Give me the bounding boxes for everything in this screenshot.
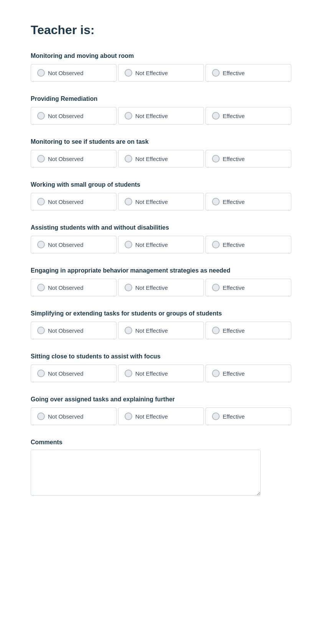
radio-label-not_effective-9: Not Effective	[135, 413, 168, 420]
radio-circle-not_observed-1	[37, 69, 45, 77]
radio-circle-effective-2	[212, 112, 220, 120]
radio-option-not_observed-1[interactable]: Not Observed	[31, 64, 117, 82]
question-block-3: Monitoring to see if students are on tas…	[31, 138, 291, 168]
radio-option-not_effective-9[interactable]: Not Effective	[118, 407, 204, 425]
question-block-9: Going over assigned tasks and explaining…	[31, 396, 291, 425]
radio-option-effective-1[interactable]: Effective	[205, 64, 291, 82]
radio-group-6: Not ObservedNot EffectiveEffective	[31, 279, 291, 296]
radio-circle-not_observed-8	[37, 370, 45, 377]
radio-circle-effective-8	[212, 370, 220, 377]
comments-section: Comments	[31, 439, 291, 497]
radio-group-4: Not ObservedNot EffectiveEffective	[31, 193, 291, 210]
radio-circle-effective-7	[212, 327, 220, 334]
radio-circle-not_observed-5	[37, 241, 45, 248]
radio-circle-effective-6	[212, 284, 220, 291]
radio-label-not_observed-9: Not Observed	[48, 413, 84, 420]
radio-group-7: Not ObservedNot EffectiveEffective	[31, 322, 291, 339]
radio-circle-not_observed-3	[37, 155, 45, 163]
question-label-8: Sitting close to students to assist with…	[31, 353, 291, 360]
radio-option-not_effective-7[interactable]: Not Effective	[118, 322, 204, 339]
radio-option-not_effective-3[interactable]: Not Effective	[118, 150, 204, 168]
question-block-4: Working with small group of studentsNot …	[31, 181, 291, 210]
question-block-5: Assisting students with and without disa…	[31, 224, 291, 253]
radio-group-9: Not ObservedNot EffectiveEffective	[31, 407, 291, 425]
radio-option-effective-4[interactable]: Effective	[205, 193, 291, 210]
radio-label-effective-3: Effective	[223, 156, 245, 162]
radio-circle-effective-3	[212, 155, 220, 163]
comments-textarea[interactable]	[31, 450, 261, 496]
radio-label-not_effective-1: Not Effective	[135, 70, 168, 76]
radio-circle-not_effective-7	[125, 327, 132, 334]
radio-circle-not_effective-2	[125, 112, 132, 120]
radio-circle-not_effective-3	[125, 155, 132, 163]
radio-circle-not_observed-2	[37, 112, 45, 120]
radio-circle-not_observed-9	[37, 412, 45, 420]
radio-option-not_effective-1[interactable]: Not Effective	[118, 64, 204, 82]
radio-label-effective-8: Effective	[223, 370, 245, 377]
radio-label-not_effective-3: Not Effective	[135, 156, 168, 162]
question-label-7: Simplifying or extending tasks for stude…	[31, 310, 291, 317]
radio-option-not_observed-7[interactable]: Not Observed	[31, 322, 117, 339]
radio-option-effective-2[interactable]: Effective	[205, 107, 291, 125]
radio-circle-not_effective-6	[125, 284, 132, 291]
radio-option-not_effective-2[interactable]: Not Effective	[118, 107, 204, 125]
radio-label-not_effective-5: Not Effective	[135, 242, 168, 248]
question-block-7: Simplifying or extending tasks for stude…	[31, 310, 291, 339]
comments-label: Comments	[31, 439, 291, 446]
radio-group-5: Not ObservedNot EffectiveEffective	[31, 236, 291, 253]
radio-group-2: Not ObservedNot EffectiveEffective	[31, 107, 291, 125]
radio-option-effective-7[interactable]: Effective	[205, 322, 291, 339]
radio-circle-not_observed-4	[37, 198, 45, 205]
radio-option-not_effective-4[interactable]: Not Effective	[118, 193, 204, 210]
question-label-5: Assisting students with and without disa…	[31, 224, 291, 231]
radio-option-not_observed-4[interactable]: Not Observed	[31, 193, 117, 210]
radio-circle-effective-4	[212, 198, 220, 205]
radio-label-effective-2: Effective	[223, 113, 245, 119]
question-label-2: Providing Remediation	[31, 95, 291, 102]
radio-label-not_observed-4: Not Observed	[48, 199, 84, 205]
radio-option-not_effective-6[interactable]: Not Effective	[118, 279, 204, 296]
radio-option-effective-3[interactable]: Effective	[205, 150, 291, 168]
question-label-1: Monitoring and moving about room	[31, 53, 291, 59]
radio-label-not_observed-1: Not Observed	[48, 70, 84, 76]
radio-label-effective-9: Effective	[223, 413, 245, 420]
page-title: Teacher is:	[31, 23, 291, 37]
radio-label-not_effective-7: Not Effective	[135, 327, 168, 334]
radio-option-effective-6[interactable]: Effective	[205, 279, 291, 296]
question-block-1: Monitoring and moving about roomNot Obse…	[31, 53, 291, 82]
radio-circle-not_effective-5	[125, 241, 132, 248]
radio-circle-not_effective-8	[125, 370, 132, 377]
radio-circle-effective-9	[212, 412, 220, 420]
radio-circle-not_effective-1	[125, 69, 132, 77]
radio-label-not_effective-4: Not Effective	[135, 199, 168, 205]
radio-label-not_observed-3: Not Observed	[48, 156, 84, 162]
question-block-8: Sitting close to students to assist with…	[31, 353, 291, 382]
question-label-4: Working with small group of students	[31, 181, 291, 188]
radio-group-1: Not ObservedNot EffectiveEffective	[31, 64, 291, 82]
radio-group-3: Not ObservedNot EffectiveEffective	[31, 150, 291, 168]
radio-option-not_effective-5[interactable]: Not Effective	[118, 236, 204, 253]
radio-label-not_observed-8: Not Observed	[48, 370, 84, 377]
radio-option-not_observed-8[interactable]: Not Observed	[31, 365, 117, 382]
radio-label-effective-5: Effective	[223, 242, 245, 248]
radio-label-effective-4: Effective	[223, 199, 245, 205]
radio-option-not_observed-6[interactable]: Not Observed	[31, 279, 117, 296]
radio-option-not_observed-5[interactable]: Not Observed	[31, 236, 117, 253]
radio-option-not_observed-9[interactable]: Not Observed	[31, 407, 117, 425]
radio-label-not_effective-8: Not Effective	[135, 370, 168, 377]
radio-option-effective-5[interactable]: Effective	[205, 236, 291, 253]
radio-label-not_observed-6: Not Observed	[48, 284, 84, 291]
radio-option-effective-8[interactable]: Effective	[205, 365, 291, 382]
question-label-9: Going over assigned tasks and explaining…	[31, 396, 291, 403]
radio-option-effective-9[interactable]: Effective	[205, 407, 291, 425]
radio-circle-not_effective-9	[125, 412, 132, 420]
radio-option-not_observed-3[interactable]: Not Observed	[31, 150, 117, 168]
radio-option-not_observed-2[interactable]: Not Observed	[31, 107, 117, 125]
question-block-6: Engaging in appropriate behavior managem…	[31, 267, 291, 296]
radio-label-not_observed-2: Not Observed	[48, 113, 84, 119]
radio-group-8: Not ObservedNot EffectiveEffective	[31, 365, 291, 382]
question-label-6: Engaging in appropriate behavior managem…	[31, 267, 291, 274]
radio-option-not_effective-8[interactable]: Not Effective	[118, 365, 204, 382]
radio-label-not_effective-6: Not Effective	[135, 284, 168, 291]
radio-circle-effective-5	[212, 241, 220, 248]
